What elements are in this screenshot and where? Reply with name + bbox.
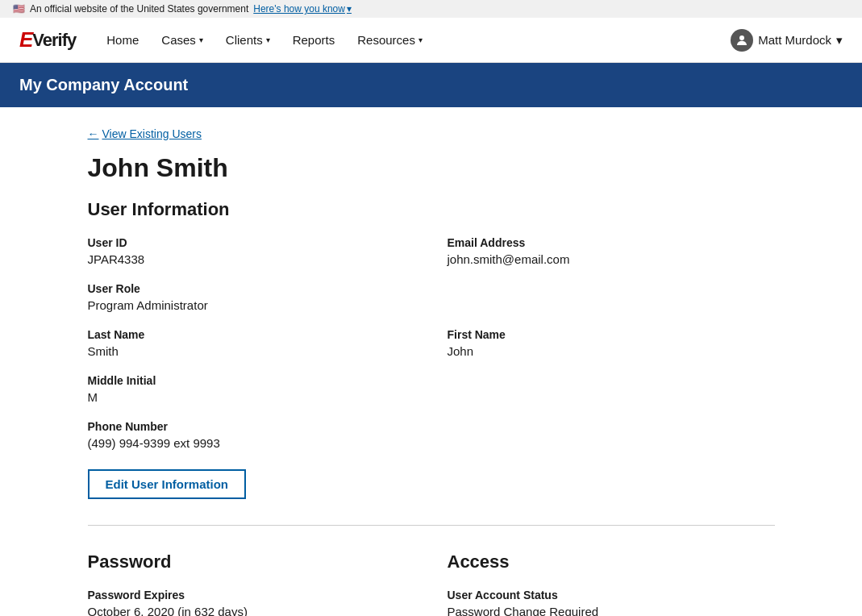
chevron-down-icon: ▾	[266, 35, 270, 44]
email-item: Email Address john.smith@email.com	[448, 236, 775, 266]
password-access-section: Password Password Expires October 6, 202…	[88, 551, 775, 616]
heres-how-you-know-link[interactable]: Here's how you know ▾	[253, 3, 352, 15]
chevron-down-icon: ▾	[199, 35, 203, 44]
phone-value: (499) 994-9399 ext 9993	[88, 436, 775, 450]
edit-user-info-button[interactable]: Edit User Information	[88, 469, 247, 499]
flag-icon: 🇺🇸	[13, 3, 25, 15]
first-name-item: First Name John	[448, 328, 775, 358]
gov-banner: 🇺🇸 An official website of the United Sta…	[0, 0, 862, 18]
user-menu[interactable]: Matt Murdock ▾	[731, 29, 843, 52]
chevron-down-icon: ▾	[347, 3, 352, 15]
first-name-label: First Name	[448, 328, 775, 341]
access-section: Access User Account Status Password Chan…	[448, 551, 775, 616]
logo-e: E	[19, 27, 32, 52]
access-section-title: Access	[448, 551, 775, 572]
last-name-value: Smith	[88, 344, 415, 358]
last-name-label: Last Name	[88, 328, 415, 341]
password-expires-value: October 6, 2020 (in 632 days)	[88, 605, 415, 616]
main-nav: EVerify Home Cases ▾ Clients ▾ Reports R…	[0, 18, 862, 63]
password-section: Password Password Expires October 6, 202…	[88, 551, 415, 616]
account-status-label: User Account Status	[448, 589, 775, 601]
arrow-left-icon: ←	[88, 127, 99, 140]
user-name: Matt Murdock	[758, 33, 831, 47]
last-name-item: Last Name Smith	[88, 328, 415, 358]
nav-links: Home Cases ▾ Clients ▾ Reports Resources…	[95, 18, 731, 63]
user-id-label: User ID	[88, 236, 415, 249]
email-label: Email Address	[448, 236, 775, 249]
nav-resources[interactable]: Resources ▾	[346, 18, 434, 63]
user-info-section-title: User Information	[88, 199, 775, 220]
breadcrumb-link[interactable]: ← View Existing Users	[88, 127, 202, 140]
password-section-title: Password	[88, 551, 415, 572]
nav-cases[interactable]: Cases ▾	[150, 18, 214, 63]
user-id-item: User ID JPAR4338	[88, 236, 415, 266]
account-status-item: User Account Status Password Change Requ…	[448, 589, 775, 616]
middle-initial-item: Middle Initial M	[88, 374, 775, 404]
account-status-value: Password Change Required	[448, 605, 775, 616]
phone-label: Phone Number	[88, 420, 775, 433]
logo-verify: Verify	[32, 30, 76, 51]
password-expires-label: Password Expires	[88, 589, 415, 601]
first-name-value: John	[448, 344, 775, 358]
phone-item: Phone Number (499) 994-9399 ext 9993	[88, 420, 775, 450]
password-expires-item: Password Expires October 6, 2020 (in 632…	[88, 589, 415, 616]
email-value: john.smith@email.com	[448, 252, 775, 266]
middle-initial-label: Middle Initial	[88, 374, 775, 387]
logo[interactable]: EVerify	[19, 27, 76, 52]
role-item: User Role Program Administrator	[88, 282, 775, 312]
nav-reports[interactable]: Reports	[281, 18, 347, 63]
nav-home[interactable]: Home	[95, 18, 150, 63]
main-content: ← View Existing Users John Smith User In…	[69, 107, 794, 616]
chevron-down-icon: ▾	[419, 35, 423, 44]
user-id-value: JPAR4338	[88, 252, 415, 266]
role-label: User Role	[88, 282, 775, 295]
user-info-grid: User ID JPAR4338 Email Address john.smit…	[88, 236, 775, 450]
chevron-down-icon: ▾	[836, 33, 843, 48]
gov-banner-text: An official website of the United States…	[30, 3, 248, 15]
middle-initial-value: M	[88, 390, 775, 404]
nav-clients[interactable]: Clients ▾	[214, 18, 281, 63]
section-divider	[88, 525, 775, 526]
page-header-bar: My Company Account	[0, 63, 862, 107]
user-avatar-icon	[731, 29, 753, 52]
page-title: John Smith	[88, 153, 775, 183]
svg-point-0	[739, 35, 744, 40]
page-header-title: My Company Account	[19, 76, 188, 94]
role-value: Program Administrator	[88, 298, 775, 312]
breadcrumb-label: View Existing Users	[102, 127, 202, 140]
